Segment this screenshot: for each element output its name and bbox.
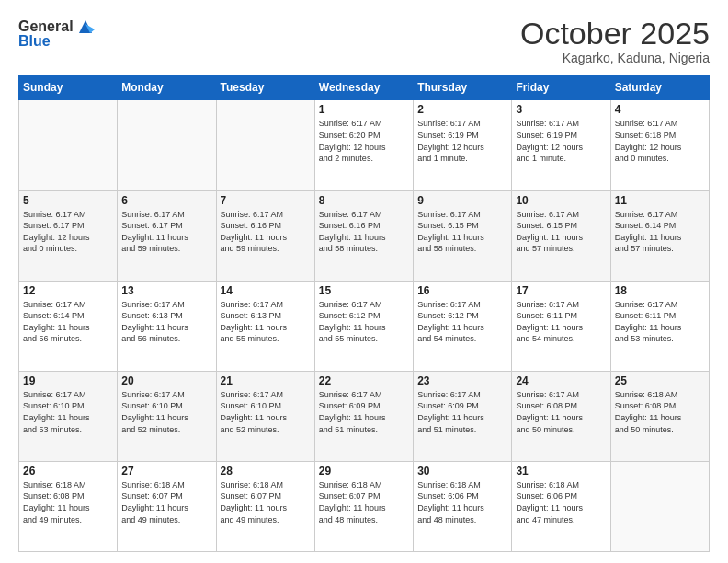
day-number: 1: [319, 103, 409, 116]
day-info: Sunrise: 6:17 AMSunset: 6:11 PMDaylight:…: [615, 299, 705, 345]
logo: General Blue: [18, 17, 96, 50]
calendar-cell: 8Sunrise: 6:17 AMSunset: 6:16 PMDaylight…: [314, 190, 413, 281]
calendar-cell: 17Sunrise: 6:17 AMSunset: 6:11 PMDayligh…: [512, 281, 610, 371]
day-info: Sunrise: 6:17 AMSunset: 6:09 PMDaylight:…: [319, 389, 409, 435]
day-number: 14: [221, 284, 311, 297]
day-info: Sunrise: 6:17 AMSunset: 6:17 PMDaylight:…: [23, 209, 113, 255]
calendar-cell: 9Sunrise: 6:17 AMSunset: 6:15 PMDaylight…: [414, 190, 512, 281]
calendar-cell: 24Sunrise: 6:17 AMSunset: 6:08 PMDayligh…: [512, 371, 610, 461]
day-info: Sunrise: 6:17 AMSunset: 6:11 PMDaylight:…: [516, 299, 606, 345]
day-info: Sunrise: 6:17 AMSunset: 6:15 PMDaylight:…: [516, 209, 606, 255]
calendar-cell: 31Sunrise: 6:18 AMSunset: 6:06 PMDayligh…: [512, 461, 610, 551]
calendar-cell: 4Sunrise: 6:17 AMSunset: 6:18 PMDaylight…: [610, 100, 709, 190]
day-number: 20: [121, 374, 211, 387]
day-number: 6: [121, 194, 211, 207]
day-info: Sunrise: 6:17 AMSunset: 6:14 PMDaylight:…: [615, 209, 705, 255]
day-number: 8: [319, 194, 409, 207]
calendar-cell: 1Sunrise: 6:17 AMSunset: 6:20 PMDaylight…: [314, 100, 413, 190]
day-number: 5: [23, 194, 113, 207]
calendar-cell: 12Sunrise: 6:17 AMSunset: 6:14 PMDayligh…: [19, 281, 118, 371]
calendar-cell: 28Sunrise: 6:18 AMSunset: 6:07 PMDayligh…: [216, 461, 314, 551]
calendar-cell: 2Sunrise: 6:17 AMSunset: 6:19 PMDaylight…: [414, 100, 512, 190]
day-info: Sunrise: 6:18 AMSunset: 6:08 PMDaylight:…: [23, 479, 113, 525]
calendar-cell: 27Sunrise: 6:18 AMSunset: 6:07 PMDayligh…: [118, 461, 216, 551]
calendar-header-monday: Monday: [118, 75, 216, 100]
day-info: Sunrise: 6:18 AMSunset: 6:06 PMDaylight:…: [516, 479, 606, 525]
day-number: 4: [615, 103, 705, 116]
calendar-cell: 16Sunrise: 6:17 AMSunset: 6:12 PMDayligh…: [414, 281, 512, 371]
day-number: 22: [319, 374, 409, 387]
calendar-header-tuesday: Tuesday: [216, 75, 314, 100]
day-number: 3: [516, 103, 606, 116]
day-info: Sunrise: 6:17 AMSunset: 6:09 PMDaylight:…: [417, 389, 507, 435]
day-number: 25: [615, 374, 705, 387]
calendar-week-row: 5Sunrise: 6:17 AMSunset: 6:17 PMDaylight…: [19, 190, 710, 281]
calendar-cell: 21Sunrise: 6:17 AMSunset: 6:10 PMDayligh…: [216, 371, 314, 461]
calendar-cell: [610, 461, 709, 551]
calendar-cell: 30Sunrise: 6:18 AMSunset: 6:06 PMDayligh…: [414, 461, 512, 551]
day-number: 27: [121, 465, 211, 477]
day-info: Sunrise: 6:17 AMSunset: 6:20 PMDaylight:…: [319, 118, 409, 164]
day-number: 28: [221, 465, 311, 477]
day-info: Sunrise: 6:17 AMSunset: 6:10 PMDaylight:…: [221, 389, 311, 435]
day-number: 18: [615, 284, 705, 297]
calendar-cell: 25Sunrise: 6:18 AMSunset: 6:08 PMDayligh…: [610, 371, 709, 461]
day-info: Sunrise: 6:17 AMSunset: 6:18 PMDaylight:…: [615, 118, 705, 164]
calendar-week-row: 26Sunrise: 6:18 AMSunset: 6:08 PMDayligh…: [19, 461, 710, 551]
calendar-cell: 29Sunrise: 6:18 AMSunset: 6:07 PMDayligh…: [314, 461, 413, 551]
day-number: 23: [417, 374, 507, 387]
month-title: October 2025: [520, 17, 710, 51]
calendar-header-wednesday: Wednesday: [314, 75, 413, 100]
day-number: 2: [417, 103, 507, 116]
calendar-header-saturday: Saturday: [610, 75, 709, 100]
day-number: 11: [615, 194, 705, 207]
calendar-header-thursday: Thursday: [414, 75, 512, 100]
day-info: Sunrise: 6:17 AMSunset: 6:19 PMDaylight:…: [516, 118, 606, 164]
day-number: 15: [319, 284, 409, 297]
calendar-cell: 20Sunrise: 6:17 AMSunset: 6:10 PMDayligh…: [118, 371, 216, 461]
calendar-cell: [118, 100, 216, 190]
day-info: Sunrise: 6:18 AMSunset: 6:07 PMDaylight:…: [121, 479, 211, 525]
calendar-cell: 3Sunrise: 6:17 AMSunset: 6:19 PMDaylight…: [512, 100, 610, 190]
logo-blue-text: Blue: [18, 33, 51, 50]
calendar-header-friday: Friday: [512, 75, 610, 100]
day-info: Sunrise: 6:17 AMSunset: 6:12 PMDaylight:…: [319, 299, 409, 345]
calendar-cell: 11Sunrise: 6:17 AMSunset: 6:14 PMDayligh…: [610, 190, 709, 281]
calendar-cell: 7Sunrise: 6:17 AMSunset: 6:16 PMDaylight…: [216, 190, 314, 281]
day-info: Sunrise: 6:17 AMSunset: 6:17 PMDaylight:…: [121, 209, 211, 255]
header: General Blue October 2025 Kagarko, Kadun…: [18, 17, 710, 65]
calendar-cell: 15Sunrise: 6:17 AMSunset: 6:12 PMDayligh…: [314, 281, 413, 371]
calendar-cell: 18Sunrise: 6:17 AMSunset: 6:11 PMDayligh…: [610, 281, 709, 371]
day-number: 13: [121, 284, 211, 297]
calendar-cell: 26Sunrise: 6:18 AMSunset: 6:08 PMDayligh…: [19, 461, 118, 551]
calendar-week-row: 12Sunrise: 6:17 AMSunset: 6:14 PMDayligh…: [19, 281, 710, 371]
calendar-cell: 6Sunrise: 6:17 AMSunset: 6:17 PMDaylight…: [118, 190, 216, 281]
day-info: Sunrise: 6:17 AMSunset: 6:10 PMDaylight:…: [121, 389, 211, 435]
day-info: Sunrise: 6:17 AMSunset: 6:19 PMDaylight:…: [417, 118, 507, 164]
calendar-cell: 23Sunrise: 6:17 AMSunset: 6:09 PMDayligh…: [414, 371, 512, 461]
day-number: 24: [516, 374, 606, 387]
calendar-cell: [19, 100, 118, 190]
day-number: 30: [417, 465, 507, 477]
day-info: Sunrise: 6:17 AMSunset: 6:16 PMDaylight:…: [319, 209, 409, 255]
day-number: 21: [221, 374, 311, 387]
page: General Blue October 2025 Kagarko, Kadun…: [0, 0, 728, 563]
day-number: 17: [516, 284, 606, 297]
day-info: Sunrise: 6:18 AMSunset: 6:06 PMDaylight:…: [417, 479, 507, 525]
calendar-week-row: 19Sunrise: 6:17 AMSunset: 6:10 PMDayligh…: [19, 371, 710, 461]
location: Kagarko, Kaduna, Nigeria: [520, 51, 710, 65]
day-number: 19: [23, 374, 113, 387]
day-info: Sunrise: 6:18 AMSunset: 6:07 PMDaylight:…: [221, 479, 311, 525]
day-number: 7: [221, 194, 311, 207]
day-number: 10: [516, 194, 606, 207]
calendar-cell: 19Sunrise: 6:17 AMSunset: 6:10 PMDayligh…: [19, 371, 118, 461]
day-info: Sunrise: 6:17 AMSunset: 6:15 PMDaylight:…: [417, 209, 507, 255]
day-info: Sunrise: 6:17 AMSunset: 6:08 PMDaylight:…: [516, 389, 606, 435]
calendar-cell: [216, 100, 314, 190]
calendar-header-row: SundayMondayTuesdayWednesdayThursdayFrid…: [19, 75, 710, 100]
day-number: 16: [417, 284, 507, 297]
day-info: Sunrise: 6:17 AMSunset: 6:13 PMDaylight:…: [121, 299, 211, 345]
logo-icon: [75, 17, 96, 37]
calendar-week-row: 1Sunrise: 6:17 AMSunset: 6:20 PMDaylight…: [19, 100, 710, 190]
day-number: 26: [23, 465, 113, 477]
